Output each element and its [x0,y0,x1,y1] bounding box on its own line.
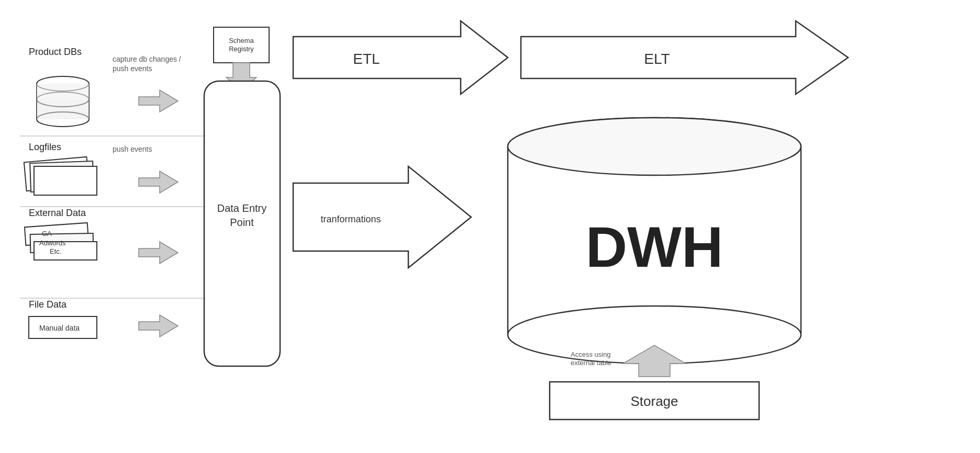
diagram-container: Product DBs capture db changes / push ev… [0,0,980,453]
svg-text:Point: Point [230,217,254,228]
svg-point-43 [508,118,801,175]
svg-rect-15 [34,166,97,195]
svg-text:Etc.: Etc. [50,247,61,255]
dwh-label: DWH [586,214,723,279]
svg-text:Manual data: Manual data [39,324,80,332]
access-label: Access using [571,350,611,358]
label-product-dbs: Product DBs [29,47,82,57]
etl-label: ETL [353,51,380,67]
svg-text:push events: push events [113,64,152,73]
svg-text:Registry: Registry [229,45,254,53]
elt-label: ELT [644,51,670,67]
svg-rect-9 [37,99,89,119]
label-external-data: External Data [29,208,86,218]
svg-rect-8 [37,84,89,99]
svg-text:GA: GA [42,230,52,237]
transformations-label: tranformations [320,214,381,224]
label-logfiles: Logfiles [29,142,61,152]
data-entry-label: Data Entry [217,202,266,214]
label-file-data: File Data [29,299,67,310]
schema-registry-label: Schema [229,37,254,44]
capture-annotation: capture db changes / [113,55,181,63]
svg-text:Adwords: Adwords [39,239,66,247]
svg-text:external table: external table [571,359,611,367]
storage-label: Storage [630,393,678,409]
push-events-annotation: push events [113,145,152,153]
